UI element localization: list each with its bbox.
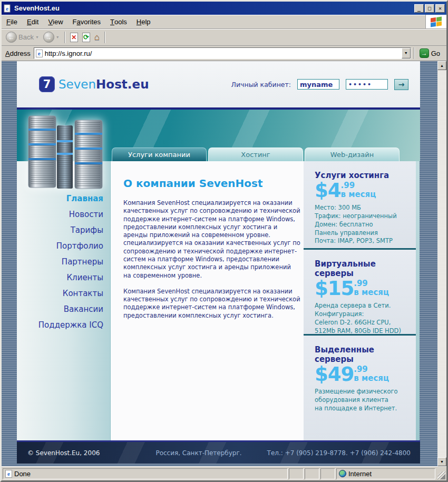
offer-detail-line: Аренда сервера в Сети. bbox=[315, 302, 410, 310]
address-dropdown-icon[interactable]: ▼ bbox=[402, 48, 411, 58]
vertical-scrollbar[interactable]: ▲ ▼ bbox=[437, 61, 446, 466]
login-submit-button[interactable]: → bbox=[394, 79, 408, 90]
flag-green bbox=[436, 16, 442, 21]
maximize-button[interactable]: □ bbox=[425, 4, 434, 13]
close-button[interactable]: ✕ bbox=[435, 4, 445, 13]
menu-label-key: V bbox=[48, 18, 53, 26]
offer-dedicated-servers[interactable]: Выделенные серверы $49 .99в месяц Размещ… bbox=[304, 334, 416, 440]
menu-bar: File Edit View Favorites Tools Help bbox=[2, 15, 446, 29]
middle-area: Главная Новости Тарифы Портфолио Партнер… bbox=[17, 161, 420, 440]
back-button[interactable]: ← Back ▼ bbox=[4, 31, 41, 44]
stop-button[interactable]: ✕ bbox=[68, 32, 80, 43]
login-area: Личный кабинет: → bbox=[231, 79, 408, 90]
status-pane-empty bbox=[320, 468, 335, 479]
logo-7-icon: 7 bbox=[39, 76, 55, 92]
footer-copyright: © SevenHost.Eu, 2006 bbox=[27, 449, 100, 457]
site-header: 7 SevenHost.eu Личный кабинет: → bbox=[17, 61, 420, 107]
status-text: Done bbox=[14, 470, 31, 478]
flag-blue bbox=[431, 22, 436, 27]
sidebar-item-clients[interactable]: Клиенты bbox=[17, 270, 110, 286]
tab-services[interactable]: Услуги компании bbox=[112, 147, 207, 161]
scroll-down-icon[interactable]: ▼ bbox=[437, 457, 446, 466]
menu-view[interactable]: View bbox=[43, 15, 67, 28]
svg-text:e: e bbox=[6, 5, 8, 12]
address-bar: Address e ▼ → Go bbox=[2, 46, 446, 61]
offer-detail-line: Celeron D-2. 66GHz CPU, bbox=[315, 319, 410, 327]
zone-label: Internet bbox=[348, 470, 372, 478]
sidebar-item-portfolio[interactable]: Портфолио bbox=[17, 238, 110, 254]
price-period: в месяц bbox=[354, 288, 389, 297]
sidebar-item-news[interactable]: Новости bbox=[17, 206, 110, 222]
tab-webdesign[interactable]: Web-дизайн bbox=[305, 147, 400, 161]
servers-image bbox=[22, 113, 116, 192]
sidebar-item-vacancies[interactable]: Вакансии bbox=[17, 301, 110, 317]
minimize-button[interactable]: _ bbox=[414, 4, 424, 13]
forward-dropdown-icon[interactable]: ▼ bbox=[56, 35, 60, 39]
menu-label-key: T bbox=[110, 18, 114, 26]
sidebar-item-icq-support[interactable]: Поддержка ICQ bbox=[17, 317, 110, 333]
menu-label-key: E bbox=[27, 18, 32, 26]
menu-label: vorites bbox=[81, 18, 101, 26]
menu-tools[interactable]: Tools bbox=[105, 15, 132, 28]
price-dollars: $4 bbox=[315, 181, 341, 200]
go-icon: → bbox=[420, 48, 429, 58]
toolbar-separator bbox=[64, 32, 65, 43]
offer-price: $49 .99в месяц bbox=[315, 365, 410, 384]
home-icon: ⌂ bbox=[94, 33, 100, 42]
windows-flag-icon bbox=[431, 16, 442, 27]
sidebar-item-tariffs[interactable]: Тарифы bbox=[17, 222, 110, 238]
toolbar: ← Back ▼ → ▼ ✕ ⟳ ⌂ bbox=[2, 29, 446, 46]
address-field[interactable]: e ▼ bbox=[34, 47, 411, 59]
about-paragraph: Компания SevenHost специализируется на о… bbox=[123, 288, 300, 320]
home-button[interactable]: ⌂ bbox=[92, 32, 102, 43]
titlebar: e SevenHost.eu _ □ ✕ bbox=[2, 2, 446, 15]
price-cents: .99 bbox=[354, 365, 389, 374]
addr-key: A bbox=[5, 50, 10, 57]
back-dropdown-icon[interactable]: ▼ bbox=[35, 35, 39, 39]
menu-favorites[interactable]: Favorites bbox=[68, 15, 105, 28]
price-period: в месяц bbox=[341, 190, 376, 199]
menu-help[interactable]: Help bbox=[132, 15, 155, 28]
go-button[interactable]: → Go bbox=[417, 48, 444, 58]
page-viewport: 7 SevenHost.eu Личный кабинет: → bbox=[2, 61, 446, 466]
right-edge-strip bbox=[416, 161, 420, 440]
sidebar-item-partners[interactable]: Партнеры bbox=[17, 254, 110, 270]
offer-detail-line: Размещение физического bbox=[315, 388, 410, 396]
refresh-button[interactable]: ⟳ bbox=[80, 32, 92, 43]
logo-part1: Seven bbox=[59, 77, 96, 91]
site-logo[interactable]: 7 SevenHost.eu bbox=[39, 76, 149, 92]
price-dollars: $15 bbox=[315, 279, 354, 298]
price-period: в месяц bbox=[354, 374, 389, 383]
logo-part2: Host.eu bbox=[96, 77, 149, 91]
offer-virtual-servers[interactable]: Виртуальные серверы $15 .99в месяц Аренд… bbox=[304, 248, 416, 334]
forward-icon: → bbox=[43, 32, 54, 43]
offer-detail-line: Место: 300 МБ bbox=[315, 204, 410, 212]
about-paragraph: Компания SevenHost специализируется на о… bbox=[123, 199, 300, 280]
offer-hosting[interactable]: Услуги хостинга $4 .99в месяц Место: 300… bbox=[304, 161, 416, 248]
password-input[interactable] bbox=[346, 79, 388, 90]
addr-rest: ddress bbox=[10, 50, 31, 57]
menu-file[interactable]: File bbox=[2, 15, 22, 28]
banner: Услуги компании Хостинг Web-дизайн bbox=[17, 110, 420, 161]
address-input[interactable] bbox=[45, 48, 402, 58]
menu-label-key: H bbox=[137, 18, 141, 26]
page-ie-icon: e bbox=[36, 50, 43, 57]
scroll-up-icon[interactable]: ▲ bbox=[437, 61, 446, 70]
resize-grip[interactable] bbox=[437, 471, 445, 479]
offer-detail-line: Панель управления bbox=[315, 229, 410, 238]
offer-detail-line: на площадке в Интернет. bbox=[315, 405, 410, 413]
footer-phones: Тел.: +7 (905) 219-8778. +7 (906) 242-48… bbox=[267, 449, 411, 457]
username-input[interactable] bbox=[297, 79, 339, 90]
offer-detail-line: оборудования клиента bbox=[315, 396, 410, 405]
menu-edit[interactable]: Edit bbox=[22, 15, 43, 28]
forward-button[interactable]: → ▼ bbox=[41, 31, 62, 44]
menu-label: dit bbox=[32, 18, 39, 26]
internet-globe-icon bbox=[339, 470, 346, 477]
tab-hosting[interactable]: Хостинг bbox=[208, 147, 303, 161]
sidebar-item-home[interactable]: Главная bbox=[17, 191, 110, 206]
sidebar-item-contacts[interactable]: Контакты bbox=[17, 286, 110, 301]
offers-sidebar: Услуги хостинга $4 .99в месяц Место: 300… bbox=[304, 161, 416, 440]
offer-details: Аренда сервера в Сети. Конфигурация: Cel… bbox=[315, 302, 410, 335]
menu-label: elp bbox=[141, 18, 150, 26]
sevenhost-site: 7 SevenHost.eu Личный кабинет: → bbox=[17, 61, 420, 464]
